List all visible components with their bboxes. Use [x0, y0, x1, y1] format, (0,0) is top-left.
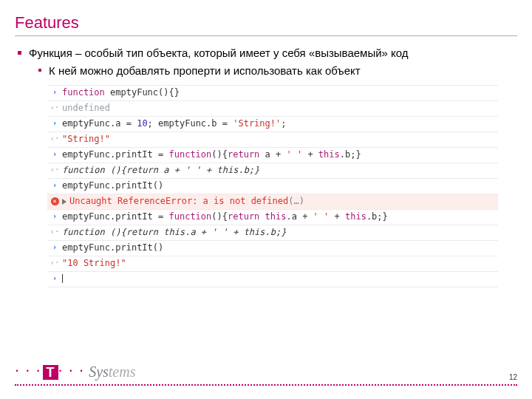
prompt-out-icon: ‹·	[47, 227, 62, 236]
logo: · · · T · · · Systems	[15, 362, 135, 381]
console-line: emptyFunc.printIt = function(){return a …	[62, 149, 495, 160]
page-number: 12	[509, 373, 517, 381]
console-line: "10 String!"	[62, 258, 495, 268]
prompt-out-icon: ‹·	[47, 134, 62, 143]
console-line: Uncaught ReferenceError: a is not define…	[62, 196, 495, 206]
footer: · · · T · · · Systems 12	[15, 377, 517, 386]
console-line: undefined	[62, 103, 495, 113]
console-row-prompt: ›	[47, 272, 498, 287]
logo-text: Systems	[89, 364, 135, 381]
logo-t-icon: T	[43, 365, 58, 380]
prompt-in-icon: ›	[47, 273, 62, 283]
console-row-out: ‹·function (){return a + ' ' + this.b;}	[47, 163, 498, 179]
logo-dots: · · ·	[15, 361, 41, 380]
footer-dotted-line	[15, 384, 517, 386]
error-icon: ✕	[47, 196, 62, 205]
console-row-in: ›emptyFunc.printIt()	[47, 179, 498, 194]
page-title: Features	[15, 13, 517, 33]
console-line: function emptyFunc(){}	[62, 87, 495, 98]
console-line	[62, 273, 495, 284]
console-row-in: ›emptyFunc.printIt = function(){return a…	[47, 148, 498, 163]
console-line: emptyFunc.a = 10; emptyFunc.b = 'String!…	[62, 118, 495, 129]
console-line: emptyFunc.printIt()	[62, 180, 495, 191]
console-row-in: ›emptyFunc.printIt()	[47, 241, 498, 256]
console-row-in: ›function emptyFunc(){}	[47, 86, 498, 101]
prompt-in-icon: ›	[47, 149, 62, 159]
bullet-text: Функция – особый тип объекта, который им…	[29, 45, 409, 61]
expand-triangle-icon	[62, 199, 66, 205]
console-line: emptyFunc.printIt = function(){return th…	[62, 211, 495, 222]
prompt-in-icon: ›	[47, 180, 62, 190]
bullet-list: Функция – особый тип объекта, который им…	[15, 45, 517, 79]
logo-dots: · · ·	[58, 361, 85, 380]
console-row-out: ‹·"String!"	[47, 132, 498, 148]
prompt-in-icon: ›	[47, 211, 62, 221]
console-row-err: ✕Uncaught ReferenceError: a is not defin…	[47, 194, 498, 210]
slide: Features Функция – особый тип объекта, к…	[0, 0, 532, 399]
prompt-in-icon: ›	[47, 118, 62, 128]
prompt-out-icon: ‹·	[47, 103, 62, 112]
console-row-out: ‹·"10 String!"	[47, 256, 498, 272]
console-line: function (){return a + ' ' + this.b;}	[62, 165, 495, 175]
bullet-marker-icon	[38, 69, 41, 72]
prompt-in-icon: ›	[47, 242, 62, 252]
bullet-text: К ней можно добавлять проперти и использ…	[49, 63, 361, 79]
console-output: ›function emptyFunc(){}‹·undefined›empty…	[47, 85, 498, 287]
console-line: function (){return this.a + ' ' + this.b…	[62, 227, 495, 237]
text-cursor-icon	[62, 274, 63, 283]
title-divider	[15, 35, 517, 36]
console-row-out: ‹·undefined	[47, 101, 498, 117]
prompt-in-icon: ›	[47, 87, 62, 97]
bullet-level-1: Функция – особый тип объекта, который им…	[18, 45, 517, 61]
console-line: emptyFunc.printIt()	[62, 242, 495, 253]
console-line: "String!"	[62, 134, 495, 144]
prompt-out-icon: ‹·	[47, 258, 62, 267]
prompt-out-icon: ‹·	[47, 165, 62, 174]
console-row-in: ›emptyFunc.a = 10; emptyFunc.b = 'String…	[47, 117, 498, 132]
console-row-out: ‹·function (){return this.a + ' ' + this…	[47, 225, 498, 241]
bullet-level-2: К ней можно добавлять проперти и использ…	[38, 63, 517, 79]
console-row-in: ›emptyFunc.printIt = function(){return t…	[47, 210, 498, 225]
bullet-marker-icon	[18, 51, 21, 55]
